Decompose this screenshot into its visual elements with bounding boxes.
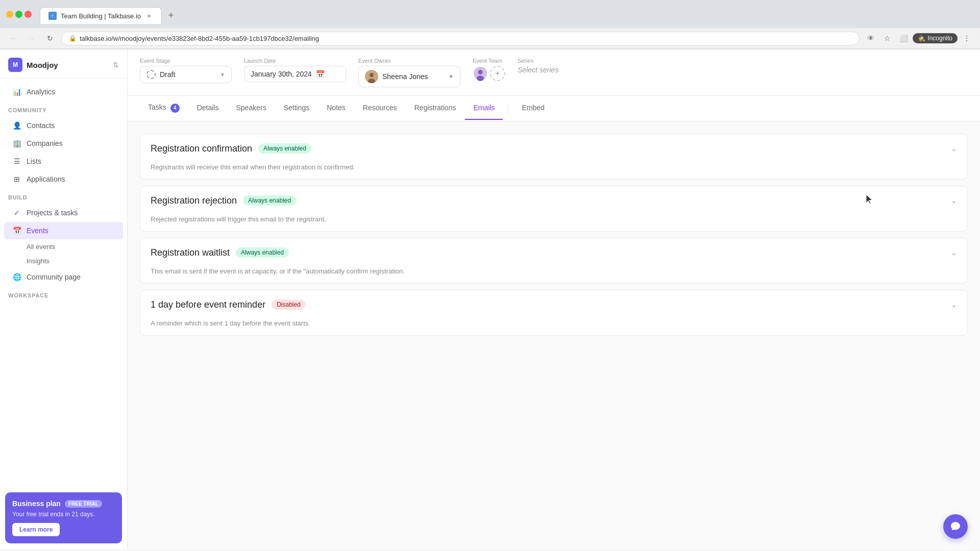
email-section-header-confirmation[interactable]: Registration confirmation Always enabled… (140, 134, 967, 163)
email-desc-reminder: A reminder which is sent 1 day before th… (140, 319, 967, 335)
eye-off-icon[interactable]: 👁 (864, 31, 878, 45)
tab-close-button[interactable]: ✕ (145, 12, 153, 20)
email-section-header-reminder[interactable]: 1 day before event reminder Disabled ⌄ (140, 290, 967, 319)
event-stage-selector[interactable]: Draft ▼ (140, 66, 232, 83)
forward-button[interactable]: → (24, 31, 39, 45)
incognito-label: Incognito (927, 35, 952, 42)
profile-icon[interactable]: ⬜ (896, 31, 911, 45)
back-button[interactable]: ← (6, 31, 20, 45)
email-title-row-reminder: 1 day before event reminder Disabled (151, 299, 951, 310)
sidebar-item-community-page-label: Community page (27, 273, 81, 281)
learn-more-button[interactable]: Learn more (12, 523, 60, 536)
sidebar-header: M Moodjoy ⇅ (0, 49, 127, 79)
window-controls (6, 11, 32, 18)
launch-date-value: January 30th, 2024 (251, 70, 312, 78)
browser-chrome: T Team Building | Talkbase.io ✕ + ← → ↻ … (0, 0, 980, 49)
tab-embed[interactable]: Embed (513, 96, 552, 120)
sidebar-toggle-icon[interactable]: ⇅ (113, 61, 119, 69)
svg-point-5 (477, 76, 484, 81)
email-title-confirmation: Registration confirmation (151, 143, 252, 154)
minimize-button[interactable] (6, 11, 13, 18)
svg-point-1 (370, 73, 374, 77)
new-tab-button[interactable]: + (164, 9, 178, 23)
companies-icon: 🏢 (12, 139, 21, 148)
bp-badge: FREE TRIAL (65, 500, 102, 508)
draft-icon (146, 70, 156, 79)
event-stage-field: Event stage Draft ▼ (140, 58, 232, 83)
tab-emails[interactable]: Emails (465, 96, 503, 120)
email-title-row-rejection: Registration rejection Always enabled (151, 195, 951, 206)
status-badge-reminder: Disabled (272, 299, 306, 310)
sidebar-item-contacts[interactable]: 👤 Contacts (4, 117, 123, 134)
sidebar-item-events[interactable]: 📅 Events (4, 222, 123, 239)
series-field: Series Select series (518, 58, 558, 74)
chat-button[interactable] (943, 514, 968, 539)
tab-settings[interactable]: Settings (276, 96, 318, 120)
sidebar-item-lists[interactable]: ☰ Lists (4, 153, 123, 170)
team-add-member-button[interactable]: + (490, 66, 505, 81)
bp-header: Business plan FREE TRIAL (12, 499, 115, 508)
sidebar-brand: M Moodjoy (8, 58, 58, 72)
menu-icon[interactable]: ⋮ (960, 31, 974, 45)
sidebar-sub-item-insights[interactable]: Insights (4, 254, 123, 268)
analytics-label: Analytics (27, 88, 55, 96)
sidebar-item-applications[interactable]: ⊞ Applications (4, 170, 123, 188)
launch-date-selector[interactable]: January 30th, 2024 📅 (244, 66, 346, 82)
tab-resources[interactable]: Resources (355, 96, 405, 120)
refresh-button[interactable]: ↻ (43, 31, 57, 45)
launch-date-field: Launch date January 30th, 2024 📅 (244, 58, 346, 82)
tab-tasks[interactable]: Tasks 4 (140, 96, 188, 121)
email-title-row-waitlist: Registration waitlist Always enabled (151, 247, 951, 258)
applications-icon: ⊞ (12, 174, 21, 184)
sidebar-item-projects[interactable]: ✓ Projects & tasks (4, 204, 123, 221)
sidebar-sub-item-all-events[interactable]: All events (4, 240, 123, 254)
tab-speakers[interactable]: Speakers (228, 96, 274, 120)
team-member-avatar (473, 66, 488, 81)
sidebar-nav: 📊 Analytics COMMUNITY 👤 Contacts 🏢 Compa… (0, 79, 127, 486)
email-title-row: Registration confirmation Always enabled (151, 143, 951, 154)
sidebar-item-community-page[interactable]: 🌐 Community page (4, 268, 123, 286)
sidebar-item-projects-label: Projects & tasks (27, 209, 78, 217)
owner-name: Sheena Jones (382, 72, 444, 81)
tab-bar: T Team Building | Talkbase.io ✕ + (36, 4, 182, 24)
launch-date-label: Launch date (244, 58, 346, 64)
email-section-header-waitlist[interactable]: Registration waitlist Always enabled ⌄ (140, 238, 967, 267)
content-area: Registration confirmation Always enabled… (128, 121, 980, 550)
tab-separator (508, 103, 508, 113)
owner-label: Event owner (358, 58, 460, 64)
email-section-header-rejection[interactable]: Registration rejection Always enabled ⌄ (140, 186, 967, 215)
community-page-icon: 🌐 (12, 272, 21, 282)
contacts-icon: 👤 (12, 121, 21, 130)
sidebar-item-applications-label: Applications (27, 175, 65, 183)
maximize-button[interactable] (15, 11, 22, 18)
analytics-icon: 📊 (12, 87, 21, 96)
bookmark-icon[interactable]: ☆ (880, 31, 894, 45)
address-bar: ← → ↻ 🔒 talkbase.io/w/moodjoy/events/e33… (0, 28, 980, 49)
svg-point-4 (478, 70, 483, 74)
status-badge-rejection: Always enabled (243, 195, 296, 206)
url-bar[interactable]: 🔒 talkbase.io/w/moodjoy/events/e33823ef-… (61, 32, 860, 45)
email-section-registration-rejection: Registration rejection Always enabled ⌄ … (140, 186, 968, 232)
tasks-badge: 4 (170, 104, 180, 113)
sidebar-item-companies[interactable]: 🏢 Companies (4, 135, 123, 152)
owner-selector[interactable]: Sheena Jones ▼ (358, 66, 460, 87)
close-button[interactable] (24, 11, 32, 18)
url-text: talkbase.io/w/moodjoy/events/e33823ef-8b… (80, 35, 319, 42)
active-tab[interactable]: T Team Building | Talkbase.io ✕ (40, 7, 162, 24)
tab-notes[interactable]: Notes (318, 96, 354, 120)
sidebar-item-companies-label: Companies (27, 139, 63, 147)
tab-registrations[interactable]: Registrations (406, 96, 464, 120)
status-badge-waitlist: Always enabled (236, 247, 289, 258)
sidebar-item-contacts-label: Contacts (27, 121, 55, 130)
email-title-reminder: 1 day before event reminder (151, 299, 265, 310)
business-plan-banner: Business plan FREE TRIAL Your free trial… (5, 492, 122, 543)
calendar-icon: 📅 (316, 70, 325, 78)
incognito-badge: 🕵 Incognito (913, 33, 958, 43)
tab-details[interactable]: Details (189, 96, 227, 120)
sidebar-item-analytics[interactable]: 📊 Analytics (4, 83, 123, 101)
series-selector[interactable]: Select series (518, 66, 558, 74)
browser-titlebar: T Team Building | Talkbase.io ✕ + (0, 0, 980, 28)
tab-favicon: T (48, 12, 57, 20)
event-owner-field: Event owner Sheena Jones ▼ (358, 58, 460, 87)
bp-description: Your free trial ends in 21 days. (12, 511, 115, 518)
